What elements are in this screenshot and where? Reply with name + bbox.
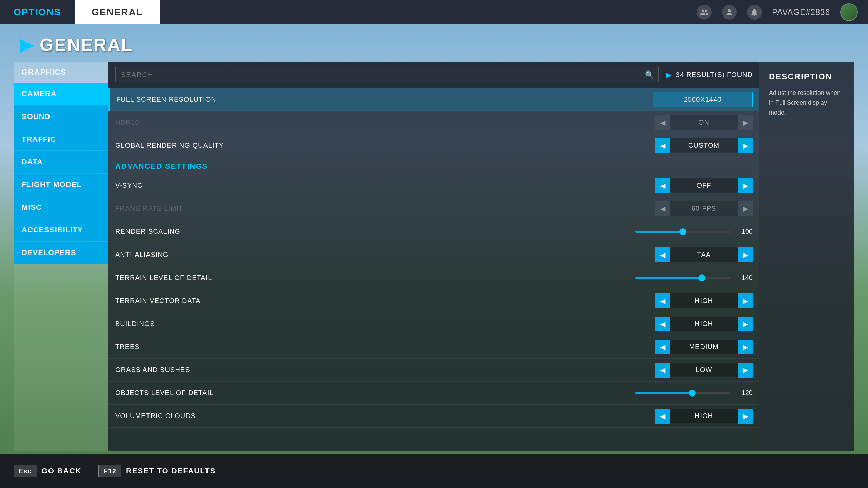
setting-btn-right-v-sync[interactable]: ▶ xyxy=(738,178,753,193)
results-arrow-icon: ▶ xyxy=(666,70,672,79)
slider-thumb-objects-level-of-detail[interactable] xyxy=(689,390,696,396)
user-avatar[interactable] xyxy=(840,3,858,21)
profile-icon[interactable] xyxy=(722,5,737,20)
setting-btn-right-trees[interactable]: ▶ xyxy=(738,340,753,354)
setting-row-buildings: BUILDINGS◀HIGH▶ xyxy=(108,312,760,336)
setting-control-render-scaling: 100 xyxy=(635,228,753,236)
slider-value-render-scaling: 100 xyxy=(736,228,753,236)
setting-btn-right-grass-and-bushes[interactable]: ▶ xyxy=(738,363,753,378)
top-bar-right-section: PAVAGE#2836 xyxy=(697,3,868,21)
setting-row-render-scaling: RENDER SCALING100 xyxy=(108,220,760,243)
username-label: PAVAGE#2836 xyxy=(772,7,830,17)
setting-row-volumetric-clouds: VOLUMETRIC CLOUDS◀HIGH▶ xyxy=(108,405,760,428)
settings-panel: 🔍 ▶ 34 RESULT(S) FOUND FULL SCREEN RESOL… xyxy=(108,62,760,451)
sidebar-item-traffic[interactable]: TRAFFIC xyxy=(14,128,108,151)
setting-btn-right-global-rendering-quality[interactable]: ▶ xyxy=(738,138,753,153)
sidebar-items-list: CAMERASOUNDTRAFFICDATAFLIGHT MODELMISCAC… xyxy=(14,83,108,264)
setting-row-grass-and-bushes: GRASS AND BUSHES◀LOW▶ xyxy=(108,359,760,382)
setting-btn-left-terrain-vector-data[interactable]: ◀ xyxy=(655,293,670,308)
setting-btn-left-v-sync[interactable]: ◀ xyxy=(655,178,670,193)
setting-input-full-screen-resolution[interactable] xyxy=(653,92,753,107)
slider-fill-objects-level-of-detail xyxy=(635,392,692,394)
setting-btn-left-global-rendering-quality[interactable]: ◀ xyxy=(655,138,670,153)
setting-btn-right-hdr10[interactable]: ▶ xyxy=(738,115,753,130)
setting-btn-right-anti-aliasing[interactable]: ▶ xyxy=(738,247,753,262)
reset-key: F12 xyxy=(98,465,121,477)
slider-track-render-scaling[interactable] xyxy=(635,231,730,233)
setting-control-objects-level-of-detail: 120 xyxy=(635,389,753,397)
setting-row-objects-level-of-detail: OBJECTS LEVEL OF DETAIL120 xyxy=(108,382,760,405)
go-back-button[interactable]: Esc GO BACK xyxy=(14,465,81,477)
page-title-icon: ▶ xyxy=(20,35,33,54)
slider-thumb-terrain-level-of-detail[interactable] xyxy=(698,274,705,281)
setting-value-hdr10: ON xyxy=(670,115,738,130)
top-navigation-bar: OPTIONS GENERAL PAVAGE#2836 xyxy=(0,0,868,24)
slider-wrapper-objects-level-of-detail: 120 xyxy=(635,389,753,397)
sidebar-item-camera[interactable]: CAMERA xyxy=(14,83,108,105)
setting-value-frame-rate-limit: 60 FPS xyxy=(670,201,738,216)
setting-btn-right-terrain-vector-data[interactable]: ▶ xyxy=(738,293,753,308)
notifications-icon[interactable] xyxy=(747,5,762,20)
reset-to-defaults-button[interactable]: F12 RESET TO DEFAULTS xyxy=(98,465,216,477)
setting-btn-right-frame-rate-limit[interactable]: ▶ xyxy=(738,201,753,216)
setting-btn-left-frame-rate-limit[interactable]: ◀ xyxy=(655,201,670,216)
slider-wrapper-terrain-level-of-detail: 140 xyxy=(635,274,753,282)
search-icon: 🔍 xyxy=(645,70,654,79)
search-input[interactable] xyxy=(115,67,659,82)
sidebar-item-sound[interactable]: SOUND xyxy=(14,105,108,128)
setting-value-anti-aliasing: TAA xyxy=(670,247,738,262)
description-panel: DESCRIPTION Adjust the resolution when i… xyxy=(760,62,854,451)
setting-btn-left-buildings[interactable]: ◀ xyxy=(655,317,670,331)
sidebar-item-data[interactable]: DATA xyxy=(14,151,108,174)
bottom-bar: Esc GO BACK F12 RESET TO DEFAULTS xyxy=(0,454,868,488)
slider-track-objects-level-of-detail[interactable] xyxy=(635,392,730,394)
setting-control-buildings: ◀HIGH▶ xyxy=(655,317,753,331)
setting-control-full-screen-resolution xyxy=(653,92,753,107)
setting-control-anti-aliasing: ◀TAA▶ xyxy=(655,247,753,262)
go-back-key: Esc xyxy=(14,465,37,477)
content-layout: GRAPHICS CAMERASOUNDTRAFFICDATAFLIGHT MO… xyxy=(7,62,861,451)
slider-value-terrain-level-of-detail: 140 xyxy=(736,274,753,282)
setting-row-anti-aliasing: ANTI-ALIASING◀TAA▶ xyxy=(108,243,760,266)
setting-btn-left-volumetric-clouds[interactable]: ◀ xyxy=(655,409,670,424)
setting-label-trees: TREES xyxy=(115,343,655,351)
options-nav-item[interactable]: OPTIONS xyxy=(0,7,75,18)
setting-value-v-sync: OFF xyxy=(670,178,738,193)
page-title-bar: ▶ GENERAL xyxy=(7,24,861,62)
settings-list: FULL SCREEN RESOLUTIONHDR10◀ON▶GLOBAL RE… xyxy=(108,88,760,451)
page-title: GENERAL xyxy=(40,35,133,55)
setting-row-frame-rate-limit: FRAME RATE LIMIT◀60 FPS▶ xyxy=(108,197,760,220)
friends-icon[interactable] xyxy=(697,5,712,20)
setting-btn-left-grass-and-bushes[interactable]: ◀ xyxy=(655,363,670,378)
setting-label-full-screen-resolution: FULL SCREEN RESOLUTION xyxy=(116,96,653,103)
slider-value-objects-level-of-detail: 120 xyxy=(736,389,753,397)
sidebar-item-developers[interactable]: DEVELOPERS xyxy=(14,242,108,264)
slider-fill-render-scaling xyxy=(635,231,683,233)
description-text: Adjust the resolution when in Full Scree… xyxy=(769,88,845,117)
setting-value-volumetric-clouds: HIGH xyxy=(670,409,738,423)
sidebar-item-accessibility[interactable]: ACCESSIBILITY xyxy=(14,219,108,242)
search-input-wrapper: 🔍 xyxy=(115,67,659,82)
setting-btn-left-hdr10[interactable]: ◀ xyxy=(655,115,670,130)
setting-value-trees: MEDIUM xyxy=(670,340,738,354)
setting-btn-left-anti-aliasing[interactable]: ◀ xyxy=(655,247,670,262)
setting-btn-right-buildings[interactable]: ▶ xyxy=(738,317,753,331)
setting-control-hdr10: ◀ON▶ xyxy=(655,115,753,130)
slider-fill-terrain-level-of-detail xyxy=(635,277,702,279)
sidebar-item-misc[interactable]: MISC xyxy=(14,196,108,219)
main-content-area: ▶ GENERAL GRAPHICS CAMERASOUNDTRAFFICDAT… xyxy=(7,24,861,454)
setting-control-terrain-vector-data: ◀HIGH▶ xyxy=(655,293,753,308)
slider-thumb-render-scaling[interactable] xyxy=(679,228,686,235)
slider-track-terrain-level-of-detail[interactable] xyxy=(635,277,730,279)
setting-btn-right-volumetric-clouds[interactable]: ▶ xyxy=(738,409,753,424)
setting-label-v-sync: V-SYNC xyxy=(115,182,655,189)
setting-value-terrain-vector-data: HIGH xyxy=(670,293,738,308)
setting-label-objects-level-of-detail: OBJECTS LEVEL OF DETAIL xyxy=(115,389,635,397)
setting-row-terrain-level-of-detail: TERRAIN LEVEL OF DETAIL140 xyxy=(108,266,760,289)
setting-label-volumetric-clouds: VOLUMETRIC CLOUDS xyxy=(115,412,655,420)
sidebar-item-flight-model[interactable]: FLIGHT MODEL xyxy=(14,174,108,196)
settings-sidebar: GRAPHICS CAMERASOUNDTRAFFICDATAFLIGHT MO… xyxy=(14,62,108,451)
setting-control-terrain-level-of-detail: 140 xyxy=(635,274,753,282)
setting-control-volumetric-clouds: ◀HIGH▶ xyxy=(655,409,753,424)
setting-btn-left-trees[interactable]: ◀ xyxy=(655,340,670,354)
